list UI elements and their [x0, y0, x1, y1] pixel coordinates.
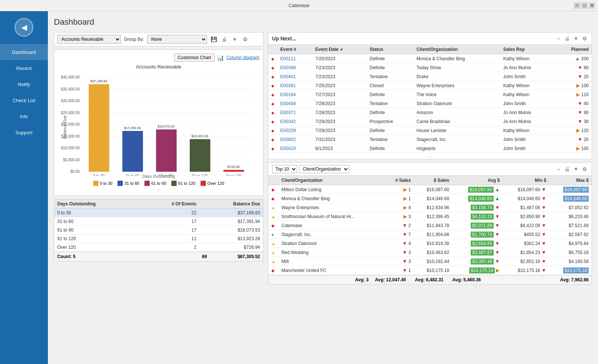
top10-row-client: Manchester United FC — [278, 266, 385, 275]
event-row-number: E00342 — [277, 117, 312, 126]
event-row-status: Definite — [367, 90, 414, 99]
top10-table-row[interactable]: ▲ MI6 ▼ 3 $10,192.44 $3,397.48 ▼ $2,852.… — [268, 257, 592, 266]
ar-row-events: 11 — [140, 235, 199, 243]
event-table-row[interactable]: ◆ E00329 7/29/2023 Definite House Lanist… — [268, 126, 592, 135]
print-icon[interactable]: 🖨 — [220, 36, 228, 43]
event-table-row[interactable]: ◆ E00388 7/23/2023 Definite Today Show J… — [268, 63, 592, 72]
event-row-indicator: ◆ — [268, 117, 277, 126]
top10-print-icon[interactable]: 🖨 — [564, 165, 570, 173]
event-row-client: Monica & Chandler Bing — [414, 54, 500, 63]
event-row-date: 7/20/2023 — [312, 54, 366, 63]
sidebar-item-checklist[interactable]: Check List — [0, 92, 48, 108]
legend-label-91to120: 91 to 120 — [178, 181, 195, 186]
chart-type-icon[interactable]: 📊 — [217, 54, 224, 61]
event-row-planned: ▼ 90 — [554, 108, 592, 117]
top10-table-row[interactable]: ◆ Caterease ▼ 2 $11,943.78 $5,971.89 ▼ $… — [268, 221, 592, 230]
up-next-controls: → 🖨 ▼ ⚙ — [555, 35, 588, 42]
sidebar-item-notify[interactable]: Notify — [0, 76, 48, 92]
top10-footer: Avg: 3 Avg: 12,047.45 Avg: 6,482.31 Avg:… — [268, 275, 592, 284]
ar-row-balance: $18,073.53 — [199, 226, 263, 235]
up-next-settings-icon[interactable]: ⚙ — [582, 35, 588, 42]
top10-table-row[interactable]: ▲ Wayne Enterprises ▶ 4 $12,634.96 $3,15… — [268, 203, 592, 212]
top10-table-row[interactable]: ▲ Smithsonian Museum of Natural Hi... ▶ … — [268, 212, 592, 221]
filter-icon[interactable]: ▼ — [231, 36, 238, 43]
maximize-button[interactable]: □ — [582, 3, 588, 9]
legend-color-0to30 — [93, 181, 98, 186]
chart-toolbar: Customize Chart 📊 Column diagram — [58, 53, 259, 62]
sidebar-item-support[interactable]: Support — [0, 125, 48, 141]
event-table-row[interactable]: ◆ E00184 7/27/2023 Definite The Voice Ka… — [268, 90, 592, 99]
ar-table-row[interactable]: 0 to 30 22 $37,189.83 — [54, 209, 263, 217]
up-next-filter-icon[interactable]: ▼ — [573, 35, 579, 42]
more-button[interactable]: ... — [58, 186, 259, 192]
event-row-client: Hogwarts — [414, 144, 500, 153]
minimize-button[interactable]: ─ — [574, 3, 580, 9]
legend-label-0to30: 0 to 30 — [100, 181, 113, 186]
top10-row-avg: $3,487.87 ▼ — [452, 248, 503, 257]
bar-91-to-120[interactable] — [190, 139, 210, 172]
back-button[interactable]: ◀ — [15, 18, 33, 37]
top10-arrow-icon[interactable]: → — [555, 165, 561, 173]
top10-table: Client/Organization # Sales $ Sales Avg … — [268, 176, 592, 275]
up-next-print-icon[interactable]: 🖨 — [564, 35, 570, 42]
bar-0-to-30[interactable] — [89, 84, 109, 172]
event-table-row[interactable]: ◆ E00381 7/25/2023 Closed Wayne Enterpri… — [268, 81, 592, 90]
top10-settings-icon[interactable]: ⚙ — [582, 165, 588, 173]
top10-row-sales: ▼ 1 — [385, 266, 414, 275]
top10-row-icon: ▲ — [268, 239, 278, 248]
settings-icon[interactable]: ⚙ — [241, 36, 249, 43]
up-next-header: Up Next... → 🖨 ▼ ⚙ — [268, 33, 592, 45]
top10-table-row[interactable]: ▲ Stratton Oakmont ▼ 4 $10,619.38 $2,654… — [268, 239, 592, 248]
top10-row-max: $2,587.92 — [549, 230, 592, 239]
up-next-arrow-icon[interactable]: → — [555, 35, 561, 42]
customize-chart-button[interactable]: Customize Chart — [174, 53, 214, 62]
ar-table-row[interactable]: 31 to 60 17 $17,391.94 — [54, 217, 263, 226]
event-row-date: 7/25/2023 — [312, 81, 366, 90]
top10-table-row[interactable]: ▲ Red Wedding ▼ 3 $10,463.62 $3,487.87 ▼… — [268, 248, 592, 257]
events-header-indicator — [268, 45, 277, 54]
group-by-dropdown[interactable]: None — [147, 35, 207, 44]
top10-table-row[interactable]: ◆ Manchester United FC ▼ 1 $10,175.18 $1… — [268, 266, 592, 275]
top10-table-row[interactable]: ◆ Million Dollar Listing ▶ 1 $16,097.60 … — [268, 185, 592, 194]
top10-table-row[interactable]: ◆ Monica & Chandler Bing ▶ 1 $14,046.60 … — [268, 194, 592, 203]
top10-count-dropdown[interactable]: Top 10 — [272, 165, 297, 173]
events-header-client: Client/Organization — [414, 45, 500, 54]
event-table-row[interactable]: ◆ E00458 7/28/2023 Tentative Stratton Oa… — [268, 99, 592, 108]
top10-group-dropdown[interactable]: Client/Organization — [299, 165, 349, 173]
top10-row-avg: $3,397.48 ▼ — [452, 257, 503, 266]
event-row-planned: ▶ 100 — [554, 81, 592, 90]
sidebar-item-info[interactable]: Info — [0, 108, 48, 125]
svg-text:$5,000.00: $5,000.00 — [63, 158, 80, 162]
svg-text:$726.94: $726.94 — [228, 165, 240, 169]
top10-footer-avg-avg: Avg: 6,482.31 — [406, 277, 443, 282]
ar-footer-count: Count: 5 — [57, 254, 177, 259]
top10-row-min: $1,487.06 ▼ — [503, 203, 549, 212]
event-table-row[interactable]: ◆ E00002 7/31/2023 Tentative Stagecraft,… — [268, 135, 592, 144]
event-row-client: Carrie Bradshaw — [414, 117, 500, 126]
top10-table-row[interactable]: ● Stagecraft, Inc. ▼ 7 $11,904.88 $1,700… — [268, 230, 592, 239]
event-table-row[interactable]: ◆ E00420 8/1/2023 Definite Hogwarts John… — [268, 144, 592, 153]
sidebar-item-recent[interactable]: Recent — [0, 60, 48, 76]
ar-row-days: 91 to 120 — [54, 235, 140, 243]
bar-31-to-60[interactable] — [122, 131, 143, 172]
top10-row-sales: ▼ 2 — [385, 221, 414, 230]
ar-table-row[interactable]: 61 to 90 17 $18,073.53 — [54, 226, 263, 235]
close-button[interactable]: ✕ — [589, 3, 595, 9]
ar-row-events: 17 — [140, 217, 199, 226]
event-row-rep: John Smith — [500, 135, 554, 144]
event-table-row[interactable]: ◆ E00111 7/20/2023 Definite Monica & Cha… — [268, 54, 592, 63]
event-table-row[interactable]: ◆ E00371 7/28/2023 Definite Amazon Jo An… — [268, 108, 592, 117]
chart-link[interactable]: Column diagram — [226, 55, 259, 60]
chart-type-dropdown[interactable]: Accounts Receivable — [57, 35, 121, 44]
event-table-row[interactable]: ◆ E00401 7/23/2023 Tentative Drake John … — [268, 72, 592, 81]
event-row-planned: ▼ 60 — [554, 63, 592, 72]
top10-footer-avg-max: Avg: 7,962.66 — [481, 277, 589, 282]
bar-61-to-90[interactable] — [156, 129, 177, 172]
top10-filter-icon[interactable]: ▼ — [573, 165, 579, 173]
ar-table-row[interactable]: Over 120 2 $726.94 — [54, 243, 263, 252]
save-icon[interactable]: 💾 — [210, 36, 217, 43]
event-table-row[interactable]: ◆ E00342 7/29/2023 Prospective Carrie Br… — [268, 117, 592, 126]
sidebar-item-dashboard[interactable]: Dashboard — [0, 44, 48, 60]
bar-over-120[interactable] — [223, 170, 244, 172]
ar-table-row[interactable]: 91 to 120 11 $13,923.28 — [54, 235, 263, 243]
